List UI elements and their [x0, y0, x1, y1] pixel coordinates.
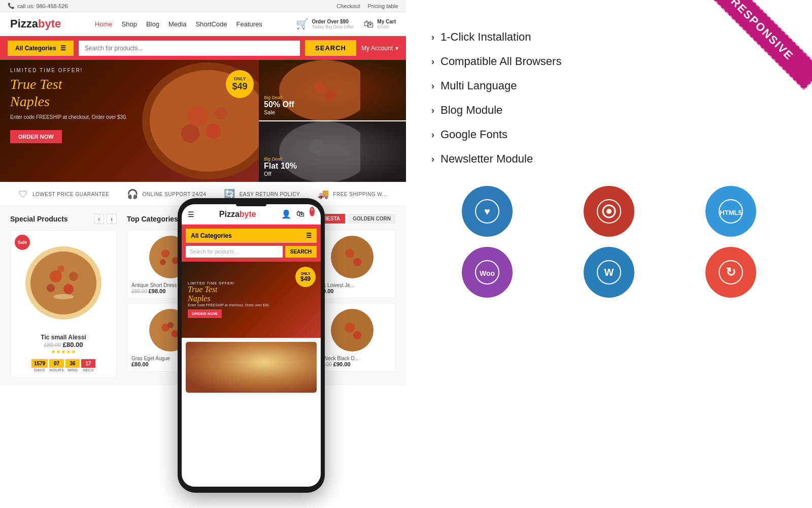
mob-hero: LIMITED TIME OFFER! True Test Naples Ent…: [182, 262, 321, 338]
svg-point-34: [167, 322, 174, 328]
prev-arrow[interactable]: ‹: [94, 214, 104, 224]
phone-icon: 📞: [8, 3, 15, 9]
order-label: Order Over $90: [312, 19, 354, 24]
woocommerce-icon: ♥: [462, 186, 513, 237]
mob-search-input[interactable]: Search for products...: [186, 246, 283, 258]
svg-point-8: [325, 90, 335, 101]
svg-text:HTML5: HTML5: [720, 209, 741, 216]
hero-order-button[interactable]: ORDER NOW: [10, 130, 62, 143]
next-arrow[interactable]: ›: [107, 214, 117, 224]
countdown: 1579 DAYS 07 HOURS 36 MINS 17 SECS: [16, 359, 111, 372]
mob-search-bar: All Categories ☰ Search for products... …: [182, 225, 321, 262]
search-input[interactable]: [79, 41, 300, 56]
cart-icon: 🛒: [296, 18, 309, 30]
account-button[interactable]: My Account ▾: [361, 45, 398, 52]
categories-button[interactable]: All Categories ☰: [8, 41, 74, 56]
tech-icon-1: ♥: [431, 186, 543, 237]
svg-point-39: [345, 323, 355, 333]
hero-side-text-2: Big Deal! Flat 10% Off: [264, 156, 297, 177]
top-bar-left: 📞 call us: 980-458-526: [8, 3, 68, 9]
search-button[interactable]: SEARCH: [305, 40, 356, 56]
nav-arrows: ‹ ›: [94, 214, 117, 224]
mob-price-badge: ONLY $49: [295, 267, 316, 287]
return-label: EASY RETURN POLICY: [240, 192, 300, 197]
bag-icon: 🛍: [364, 18, 374, 30]
categories-label: All Categories: [15, 45, 56, 52]
hero-side-card-1: Big Deal! 50% Off Sale: [259, 60, 406, 121]
support-icon: 🎧: [127, 188, 139, 200]
hero-content: LIMITED TIME OFFER! True Test Naples Ent…: [10, 68, 127, 143]
html5-icon: HTML5: [705, 186, 756, 237]
account-label: My Account: [361, 45, 393, 52]
tech-icon-4: Woo: [431, 247, 543, 298]
svg-point-45: [606, 209, 612, 214]
cat-pizza-6: [329, 307, 375, 353]
product-price: £80.00 £80.00: [16, 341, 111, 348]
svg-text:W: W: [604, 267, 614, 278]
cart-text: My Cart £0.00: [377, 19, 396, 29]
header-icons: 🛒 Order Over $90 Today Big Deal Offer 🛍 …: [296, 18, 396, 30]
feature-text-3: Multi Language: [441, 79, 517, 92]
svg-point-22: [160, 259, 166, 265]
responsive-label: RESPONSIVE: [728, 0, 796, 62]
top-bar-right: Checkout Pricing table: [336, 3, 398, 9]
mob-categories-button[interactable]: All Categories ☰: [186, 229, 317, 243]
svg-point-15: [47, 284, 55, 292]
countdown-days: 1579 DAYS: [31, 359, 48, 372]
feature-shipping: 🚚 FREE SHIPPING W...: [318, 188, 387, 200]
tech-icon-3: HTML5: [675, 186, 787, 237]
nav-features[interactable]: Features: [236, 20, 262, 28]
side-sub-2: Off: [264, 171, 297, 177]
update-icon: ↻: [705, 247, 756, 298]
svg-point-30: [353, 258, 361, 266]
cart-amount: £0.00: [377, 24, 396, 29]
svg-point-12: [30, 251, 96, 314]
side-sub-1: Sale: [264, 109, 294, 115]
magento-icon: [584, 186, 634, 237]
svg-point-29: [345, 249, 354, 258]
cat-name-6: Low Neck Black D...: [314, 356, 391, 361]
side-title-2: Flat 10%: [264, 162, 297, 171]
cat-price-6: £100.00 £90.00: [314, 361, 391, 367]
product-name: Tic small Alessi: [16, 334, 111, 341]
mob-search-row: Search for products... SEARCH: [186, 246, 317, 258]
mob-price-value: $49: [300, 275, 311, 282]
responsive-banner: RESPONSIVE: [700, 0, 812, 112]
mob-hero-content: LIMITED TIME OFFER! True Test Naples Ent…: [188, 281, 269, 318]
side-title-1: 50% Off: [264, 100, 294, 109]
sale-price: £80.00: [63, 341, 83, 348]
tab-golden[interactable]: GOLDEN CORN: [348, 214, 396, 224]
nav-shortcode[interactable]: ShortCode: [195, 20, 227, 28]
nav-media[interactable]: Media: [168, 20, 186, 28]
nav-shop[interactable]: Shop: [122, 20, 137, 28]
mob-title-1: True Test: [188, 285, 269, 294]
right-panel: RESPONSIVE › 1-Click Installation › Comp…: [406, 0, 812, 508]
mob-logo-black: Pizza: [219, 210, 240, 218]
nav-blog[interactable]: Blog: [146, 20, 159, 28]
nav-home[interactable]: Home: [95, 20, 113, 28]
special-title-text: Special Products: [10, 215, 68, 223]
svg-text:♥: ♥: [484, 206, 490, 217]
tech-icon-2: [553, 186, 665, 237]
main-nav: Home Shop Blog Media ShortCode Features: [95, 20, 262, 28]
price-icon: 🛡: [19, 189, 28, 200]
mob-search-button[interactable]: SEARCH: [285, 246, 317, 258]
side-deal-2: Big Deal!: [264, 156, 297, 162]
special-products: Special Products ‹ › Sale: [10, 214, 117, 378]
chevron-icon-5: ›: [431, 130, 434, 140]
mob-order-button[interactable]: ORDER NOW: [188, 309, 222, 318]
pricing-link[interactable]: Pricing table: [367, 3, 398, 9]
chevron-icon-3: ›: [431, 81, 434, 91]
mob-pizza-image: [186, 342, 317, 393]
responsive-ribbon: RESPONSIVE: [701, 0, 812, 90]
hero-title-line1: True Test: [10, 76, 127, 93]
top-cat-title-text: Top Categories: [127, 215, 178, 223]
svg-point-14: [63, 284, 74, 294]
svg-point-4: [181, 124, 199, 143]
feature-line-6: › Newsletter Module: [431, 152, 787, 166]
countdown-secs: 17 SECS: [81, 359, 95, 372]
mob-logo: Pizzabyte: [219, 210, 256, 219]
svg-point-5: [215, 107, 227, 119]
hero-side-card-2: Big Deal! Flat 10% Off: [259, 121, 406, 182]
checkout-link[interactable]: Checkout: [336, 3, 360, 9]
